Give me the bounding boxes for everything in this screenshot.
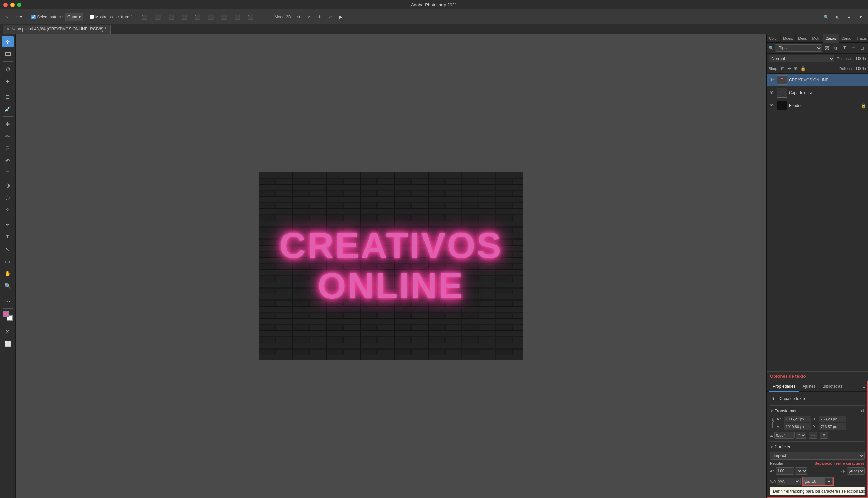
dodge-tool[interactable]: ○ [2,204,14,215]
props-tab-propiedades[interactable]: Propiedades [769,381,799,392]
align-top-button[interactable]: ⬛ [179,12,190,22]
3d-btn-3[interactable]: ✛ [315,12,324,22]
panel-tab-color[interactable]: Color [767,34,780,43]
healing-tool[interactable]: ✚ [2,118,14,130]
more-tools-button[interactable]: ⋯ [2,295,14,306]
props-close-button[interactable]: ≡ [863,384,865,389]
width-input[interactable] [784,416,811,422]
hand-tool[interactable]: ✋ [2,267,14,279]
history-brush-tool[interactable]: ↶ [2,155,14,166]
close-button[interactable] [3,3,8,7]
angle-dropdown[interactable]: ° [796,432,806,439]
lasso-tool[interactable]: ⌬ [2,63,14,75]
screen-mode-button[interactable]: ⬜ [2,338,14,349]
pen-tool[interactable]: ✒ [2,219,14,231]
foreground-color-swatch[interactable] [3,311,9,317]
lock-all-icon[interactable]: 🔒 [800,66,806,71]
layer-item-textura[interactable]: 👁 Capa textura [767,87,868,99]
3d-btn-4[interactable]: ⤢ [326,12,335,22]
brush-tool[interactable]: ✏ [2,130,14,142]
panel-tab-moti[interactable]: Moti. [810,34,823,43]
layers-adjustment-icon[interactable]: ◑ [832,44,840,52]
lock-artboard-icon[interactable]: ⊞ [794,66,797,71]
transform-reset-button[interactable]: ↺ [860,408,865,414]
kerning-select[interactable]: (Auto) [847,467,865,475]
eyedropper-tool[interactable]: 💉 [2,103,14,115]
magic-wand-tool[interactable]: ✦ [2,76,14,87]
props-tab-ajustes[interactable]: Ajustes [799,381,819,392]
layer-eye-fondo[interactable]: 👁 [769,103,775,109]
mostrar-label[interactable]: Mostrar contr. transf. [90,15,132,19]
quick-mask-button[interactable]: ⊙ [2,326,14,337]
flip-h-button[interactable]: ⇔ [809,432,817,439]
maximize-button[interactable] [17,3,21,7]
3d-btn-2[interactable]: ○ [305,12,313,22]
move-tool[interactable]: ✛ [2,36,14,48]
selec-autom-checkbox[interactable] [31,15,36,19]
minimize-button[interactable] [10,3,15,7]
distribute-center-button[interactable]: ⬛ [245,12,256,22]
path-select-tool[interactable]: ↖ [2,243,14,255]
height-input[interactable] [784,423,811,430]
transform-collapse-arrow[interactable]: ▼ [770,409,774,413]
canvas-area[interactable]: CREATIVOS ONLINE [16,34,766,498]
align-left-button[interactable]: ⬛ [139,12,150,22]
angle-input[interactable] [775,432,795,439]
layers-image-icon[interactable]: 🖼 [823,44,831,52]
tab-close-btn[interactable]: × [7,27,9,31]
distribute-v-button[interactable]: ⬛ [232,12,243,22]
y-input[interactable] [819,423,846,430]
layer-item-creativos[interactable]: 👁 T CREATIVOS ONLINE [767,74,868,87]
more-options-button[interactable]: ... [263,12,271,22]
3d-btn-1[interactable]: ↺ [294,12,303,22]
zoom-tool[interactable]: 🔍 [2,280,14,291]
va-select[interactable]: V/A [777,478,801,485]
layers-text-icon[interactable]: T [841,44,848,52]
link-constrain-icon[interactable] [770,417,776,428]
gradient-tool[interactable]: ◑ [2,179,14,191]
lock-pixel-icon[interactable]: ⊡ [781,66,784,71]
3d-btn-5[interactable]: ▶ [337,12,345,22]
search-button[interactable]: 🔍 [821,12,831,22]
props-tab-bibliotecas[interactable]: Bibliotecas [819,381,846,392]
layers-type-filter[interactable]: Tipo [775,44,822,52]
panel-tab-mues[interactable]: Mues. [780,34,796,43]
panel-tab-capas[interactable]: Capas [823,34,839,43]
marquee-tool[interactable] [2,48,14,60]
clone-stamp-tool[interactable]: ⎘ [2,143,14,154]
capa-dropdown[interactable]: Capa ▾ [65,13,83,21]
move-options-button[interactable]: ✛ ▾ [13,12,25,22]
color-swatches[interactable] [2,310,14,322]
document-tab[interactable]: × Neón.psd al 43,9% (CREATIVOS ONLINE, R… [3,25,111,34]
align-center-h-button[interactable]: ⬛ [152,12,163,22]
panel-tab-degr[interactable]: Degr. [796,34,810,43]
layer-eye-textura[interactable]: 👁 [769,90,775,96]
layer-item-fondo[interactable]: 👁 Fondo 🔒 [767,99,868,112]
layers-smart-icon[interactable]: ◻ [858,44,866,52]
eraser-tool[interactable]: ◻ [2,167,14,179]
selec-autom-label[interactable]: Selec. autom.: [31,15,63,19]
tracking-input[interactable] [812,478,824,485]
align-center-v-button[interactable]: ⬛ [192,12,203,22]
mostrar-checkbox[interactable] [90,15,94,19]
workspace-button[interactable]: ⊞ [833,12,842,22]
panel-tab-traza[interactable]: Traza. [854,34,868,43]
blend-mode-select[interactable]: Normal [769,55,834,62]
flip-v-button[interactable]: ⇕ [820,432,828,439]
arrow-up-button[interactable]: ▲ [844,12,854,22]
panel-tab-cana[interactable]: Cana. [839,34,854,43]
font-size-unit-select[interactable]: pt [795,467,807,475]
character-collapse-arrow[interactable]: ▼ [770,445,774,449]
font-size-input[interactable] [776,467,794,475]
crop-tool[interactable]: ⊡ [2,91,14,102]
x-input[interactable] [819,416,846,422]
shape-tool[interactable]: ▭ [2,255,14,267]
blur-tool[interactable]: ◌ [2,192,14,203]
arrow-down-button[interactable]: ▼ [856,12,865,22]
distribute-h-button[interactable]: ⬛ [218,12,230,22]
layer-eye-creativos[interactable]: 👁 [769,77,775,83]
home-button[interactable]: ⌂ [3,12,11,22]
font-family-select[interactable]: Impact [770,451,865,460]
tracking-dropdown[interactable]: ▾ [825,478,832,485]
align-bottom-button[interactable]: ⬛ [205,12,216,22]
